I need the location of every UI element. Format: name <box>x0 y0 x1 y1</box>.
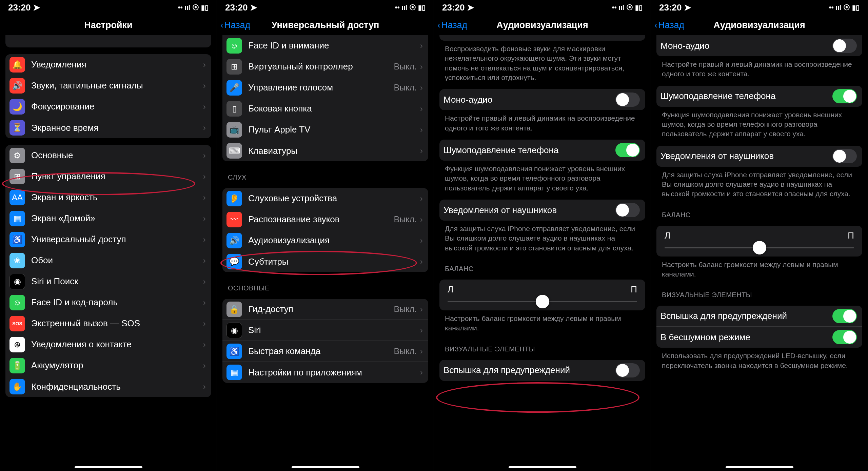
back-button[interactable]: ‹Назад <box>220 20 250 30</box>
switches-icon: ⊞ <box>9 169 25 184</box>
chevron-right-icon: › <box>420 125 423 135</box>
toggle-headphone[interactable] <box>832 149 857 163</box>
row-flash-alerts[interactable]: Вспышка для предупреждений <box>439 360 645 381</box>
row-wallpaper[interactable]: ❀Обои› <box>5 250 211 271</box>
label: Боковая кнопка <box>248 103 420 114</box>
balance-slider[interactable] <box>665 247 854 248</box>
row-audiovisual[interactable]: 🔊Аудиовизуализация› <box>222 230 428 251</box>
row-noise-cancel[interactable]: Шумоподавление телефона <box>656 86 862 107</box>
accessibility-icon: ♿ <box>9 232 25 247</box>
chevron-right-icon: › <box>203 361 206 370</box>
value: Выкл. <box>394 62 417 71</box>
status-bar: 23:20➤ •• ııl⦿▮▯ <box>434 0 651 15</box>
waveform-icon: 〰 <box>226 212 242 227</box>
screen-audiovisual-2: 23:20➤ •• ııl⦿▮▯ ‹Назад Аудиовизуализаци… <box>651 0 868 471</box>
wifi-icon: ⦿ <box>626 4 633 12</box>
noise-desc: Функция шумоподавления понижает уровень … <box>445 164 640 193</box>
visual-header: ВИЗУАЛЬНЫЕ ЭЛЕМЕНТЫ <box>662 291 857 299</box>
status-time: 23:20 <box>8 2 31 13</box>
row-battery[interactable]: 🔋Аккумулятор› <box>5 355 211 376</box>
row-apple-tv-remote[interactable]: 📺Пульт Apple TV› <box>222 119 428 140</box>
row-shortcut[interactable]: ♿Быстрая командаВыкл.› <box>222 341 428 362</box>
back-button[interactable]: ‹Назад <box>654 20 684 30</box>
toggle-noise[interactable] <box>832 89 857 103</box>
label: Экранное время <box>31 123 203 133</box>
toggle-flash[interactable] <box>615 363 640 377</box>
general-header: ОСНОВНЫЕ <box>228 284 423 292</box>
balance-header: БАЛАНС <box>445 265 640 273</box>
row-sounds[interactable]: 🔊Звуки, тактильные сигналы› <box>5 75 211 96</box>
accessibility-icon: ♿ <box>226 344 242 359</box>
screen-accessibility: 23:20➤ •• ııl⦿▮▯ ‹Назад Универсальный до… <box>217 0 434 471</box>
label: Моно-аудио <box>443 95 615 105</box>
row-control-center[interactable]: ⊞Пункт управления› <box>5 166 211 187</box>
home-indicator[interactable] <box>509 466 576 468</box>
toggle-flash[interactable] <box>832 309 857 323</box>
partial-row[interactable] <box>5 35 211 47</box>
label: Конфиденциальность <box>31 382 203 392</box>
label: Настройки по приложениям <box>248 367 420 378</box>
row-faceid[interactable]: ☺Face ID и код-пароль› <box>5 292 211 313</box>
slider-knob[interactable] <box>753 241 766 254</box>
location-icon: ➤ <box>467 2 474 13</box>
row-hearing-devices[interactable]: 👂Слуховые устройства› <box>222 188 428 209</box>
row-side-button[interactable]: ▯Боковая кнопка› <box>222 98 428 119</box>
row-flash-alerts[interactable]: Вспышка для предупреждений <box>656 306 862 327</box>
toggle-noise[interactable] <box>615 143 640 157</box>
nav-bar: ‹Назад Аудиовизуализация <box>434 15 651 35</box>
battery-icon: ▮▯ <box>418 3 426 12</box>
row-focus[interactable]: 🌙Фокусирование› <box>5 96 211 117</box>
wifi-icon: ⦿ <box>192 4 199 12</box>
row-notifications[interactable]: 🔔Уведомления› <box>5 54 211 75</box>
row-home-screen[interactable]: ▦Экран «Домой»› <box>5 208 211 229</box>
lock-icon: 🔒 <box>226 302 242 317</box>
row-headphone-notif[interactable]: Уведомления от наушников <box>439 200 645 221</box>
home-indicator[interactable] <box>726 466 793 468</box>
row-siri[interactable]: ◉Siri› <box>222 320 428 341</box>
row-display[interactable]: AAЭкран и яркость› <box>5 187 211 208</box>
row-guided-access[interactable]: 🔒Гид-доступВыкл.› <box>222 299 428 320</box>
toggle-silent[interactable] <box>832 330 857 344</box>
back-button[interactable]: ‹Назад <box>437 20 467 30</box>
row-subtitles[interactable]: 💬Субтитры› <box>222 251 428 272</box>
row-screentime[interactable]: ⏳Экранное время› <box>5 117 211 138</box>
label: Слуховые устройства <box>248 193 420 204</box>
row-sound-recognition[interactable]: 〰Распознавание звуковВыкл.› <box>222 209 428 230</box>
row-privacy[interactable]: ✋Конфиденциальность› <box>5 376 211 397</box>
label: Siri и Поиск <box>31 276 203 287</box>
row-exposure[interactable]: ⊛Уведомления о контакте› <box>5 334 211 355</box>
row-keyboards[interactable]: ⌨Клавиатуры› <box>222 140 428 161</box>
row-mono-audio[interactable]: Моно-аудио <box>656 35 862 56</box>
toggle-mono[interactable] <box>832 39 857 53</box>
row-flash-silent[interactable]: В бесшумном режиме <box>656 327 862 348</box>
wifi-icon: ⦿ <box>843 4 850 12</box>
home-indicator[interactable] <box>75 466 142 468</box>
label: Виртуальный контроллер <box>248 61 394 72</box>
home-indicator[interactable] <box>292 466 359 468</box>
chevron-right-icon: › <box>203 60 206 69</box>
row-general[interactable]: ⚙Основные› <box>5 145 211 166</box>
chevron-right-icon: › <box>203 382 206 391</box>
row-siri[interactable]: ◉Siri и Поиск› <box>5 271 211 292</box>
nav-bar: Настройки <box>0 15 217 35</box>
chevron-right-icon: › <box>203 298 206 307</box>
row-noise-cancel[interactable]: Шумоподавление телефона <box>439 140 645 161</box>
row-accessibility[interactable]: ♿Универсальный доступ› <box>5 229 211 250</box>
row-voice-control[interactable]: 🎤Управление голосомВыкл.› <box>222 77 428 98</box>
slider-knob[interactable] <box>536 295 549 308</box>
headphone-desc: Для защиты слуха iPhone отправляет уведо… <box>662 170 857 199</box>
balance-slider[interactable] <box>448 301 637 302</box>
row-sos[interactable]: SOSЭкстренный вызов — SOS› <box>5 313 211 334</box>
row-switch-control[interactable]: ⊞Виртуальный контроллерВыкл.› <box>222 56 428 77</box>
chevron-right-icon: › <box>420 257 423 266</box>
row-mono-audio[interactable]: Моно-аудио <box>439 89 645 110</box>
label: Экран и яркость <box>31 192 203 203</box>
label: Face ID и внимание <box>248 40 420 51</box>
row-faceid-attention[interactable]: ☺Face ID и внимание› <box>222 35 428 56</box>
battery-icon: ▮▯ <box>201 3 209 12</box>
toggle-mono[interactable] <box>615 93 640 107</box>
row-headphone-notif[interactable]: Уведомления от наушников <box>656 146 862 167</box>
toggle-headphone[interactable] <box>615 203 640 217</box>
bg-sounds-desc: Воспроизводить фоновые звуки для маскиро… <box>445 44 640 82</box>
row-per-app[interactable]: ▦Настройки по приложениям› <box>222 362 428 383</box>
